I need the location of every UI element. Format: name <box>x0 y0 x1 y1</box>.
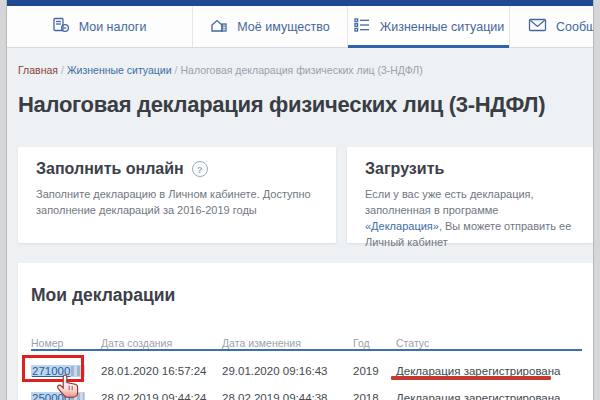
declaration-year: 2018 <box>353 378 396 400</box>
annotation-red-underline <box>391 376 551 380</box>
column-header-year: Год <box>353 338 396 350</box>
declaration-status: Декларация зарегистрирована <box>396 378 582 400</box>
tab-messages[interactable]: Сообщения <box>510 6 594 47</box>
tab-life-situations[interactable]: Жизненные ситуации <box>348 6 510 47</box>
column-header-status: Статус <box>396 338 582 350</box>
upload-card-text: Если у вас уже есть декларация, заполнен… <box>365 187 575 251</box>
tab-label: Жизненные ситуации <box>380 20 505 34</box>
declaration-created: 28.01.2020 16:57:24 <box>101 350 222 378</box>
breadcrumb-current: Налоговая декларация физических лиц (3-Н… <box>180 64 422 76</box>
declarations-table: Номер Дата создания Дата изменения Год С… <box>31 338 582 400</box>
declaration-created: 28.02.2019 09:44:24 <box>101 378 222 400</box>
declaration-status: Декларация зарегистрирована <box>396 350 582 378</box>
declaration-program-link[interactable]: «Декларация» <box>365 220 439 232</box>
breadcrumb-separator: / <box>58 64 67 76</box>
tab-label: Сообщения <box>556 20 594 34</box>
upload-card-title: Загрузить <box>365 160 444 178</box>
breadcrumb-home-link[interactable]: Главная <box>18 64 58 76</box>
breadcrumb-section-link[interactable]: Жизненные ситуации <box>67 64 172 76</box>
tab-my-property[interactable]: Моё имущество <box>193 6 348 47</box>
window-edge-left <box>0 0 7 400</box>
fill-online-card-text: Заполните декларацию в Личном кабинете. … <box>36 187 318 219</box>
window-edge-right <box>593 0 600 400</box>
fill-online-card-title: Заполнить онлайн <box>36 160 184 178</box>
top-navy-bar <box>6 0 594 6</box>
page-title: Налоговая декларация физических лиц (3-Н… <box>18 92 545 118</box>
question-circle-icon[interactable]: ? <box>192 161 208 177</box>
messages-envelope-icon <box>528 17 547 36</box>
tab-my-taxes[interactable]: Мои налоги <box>6 6 193 47</box>
property-icon <box>210 16 228 37</box>
upload-card[interactable]: Загрузить Если у вас уже есть декларация… <box>347 147 593 243</box>
my-declarations-heading: Мои декларации <box>31 285 594 305</box>
column-header-modified: Дата изменения <box>222 338 353 350</box>
column-header-created: Дата создания <box>101 338 222 350</box>
fill-online-card[interactable]: Заполнить онлайн ? Заполните декларацию … <box>18 147 336 243</box>
tab-label: Моё имущество <box>237 20 329 34</box>
breadcrumb: Главная/Жизненные ситуации/Налоговая дек… <box>18 64 423 76</box>
declaration-year: 2019 <box>353 350 396 378</box>
declaration-row: 271000 28.01.2020 16:57:24 29.01.2020 09… <box>31 350 582 378</box>
declaration-row: 250000 28.02.2019 09:44:24 28.02.2019 09… <box>31 378 582 400</box>
declaration-modified: 29.01.2020 09:16:43 <box>222 350 353 378</box>
tab-label: Мои налоги <box>79 20 147 34</box>
declaration-modified: 28.02.2019 09:44:38 <box>222 378 353 400</box>
taxes-icon <box>52 16 70 37</box>
life-situations-icon <box>353 16 371 37</box>
main-navigation: Мои налоги Моё имущество Жизненные ситуа… <box>6 6 594 48</box>
declarations-header-row: Номер Дата создания Дата изменения Год С… <box>31 338 582 350</box>
column-header-number: Номер <box>31 338 101 350</box>
hand-cursor-icon <box>55 374 83 400</box>
